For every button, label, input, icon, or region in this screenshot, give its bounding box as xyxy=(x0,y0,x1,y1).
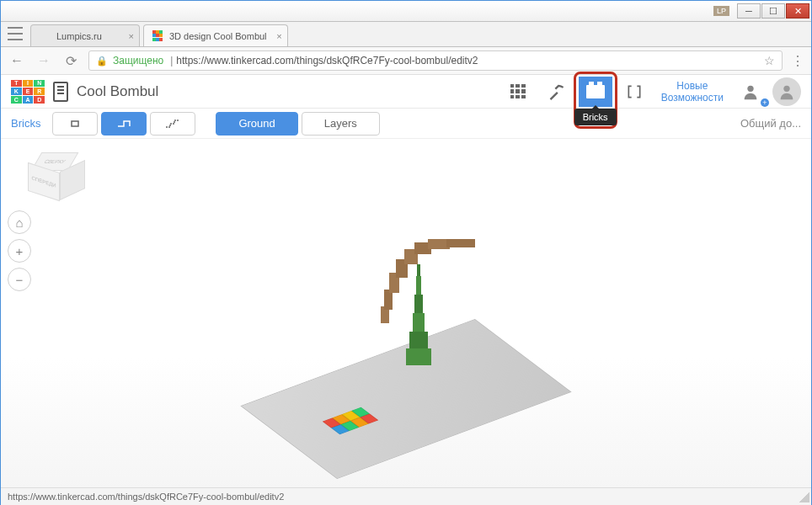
toolbar: Bricks Ground Layers Общий до... xyxy=(1,109,811,139)
brick-size-3x-button[interactable] xyxy=(150,112,195,136)
favicon-icon xyxy=(152,30,164,42)
tab-title: Lumpics.ru xyxy=(56,31,102,41)
mode-standard-button[interactable] xyxy=(501,77,535,107)
layers-button[interactable]: Layers xyxy=(302,112,380,136)
scene xyxy=(246,214,566,466)
tab-close-icon[interactable]: × xyxy=(129,31,134,41)
project-title[interactable]: Cool Bombul xyxy=(77,83,158,100)
back-button[interactable]: ← xyxy=(8,51,26,70)
hamburger-icon[interactable] xyxy=(8,27,23,40)
home-view-button[interactable]: ⌂ xyxy=(8,210,31,234)
bookmark-icon[interactable]: ☆ xyxy=(764,54,775,67)
pickaxe-icon xyxy=(548,83,565,100)
reload-button[interactable]: ⟳ xyxy=(61,51,80,70)
user-avatar[interactable] xyxy=(772,77,801,106)
person-icon xyxy=(741,82,760,101)
brick-large-icon xyxy=(164,118,181,130)
url-input[interactable]: 🔒 Защищено | https://www.tinkercad.com/t… xyxy=(88,50,783,71)
maximize-button[interactable]: ☐ xyxy=(761,3,785,19)
svg-point-0 xyxy=(747,85,753,91)
url-separator: | xyxy=(170,55,173,66)
brick-icon xyxy=(586,85,605,98)
lp-badge: LP xyxy=(713,6,729,16)
share-label[interactable]: Общий до... xyxy=(740,117,801,130)
code-icon xyxy=(626,83,643,100)
browser-tab[interactable]: 3D design Cool Bombul × xyxy=(143,24,288,46)
canvas-3d[interactable]: СВЕРХУ СПЕРЕДИ ⌂ + − xyxy=(1,139,811,505)
svg-point-1 xyxy=(783,85,789,91)
resize-corner-icon[interactable] xyxy=(799,492,809,502)
code-blocks-button[interactable] xyxy=(617,77,651,107)
tinkercad-logo[interactable]: TINKERCAD xyxy=(11,80,45,104)
status-url: https://www.tinkercad.com/things/dskQfRC… xyxy=(8,492,284,502)
tab-close-icon[interactable]: × xyxy=(276,31,281,41)
bricks-label: Bricks xyxy=(11,117,40,130)
secure-label: Защищено xyxy=(113,55,163,66)
brick-size-2x-button[interactable] xyxy=(101,112,147,136)
statusbar: https://www.tinkercad.com/things/dskQfRC… xyxy=(1,487,811,504)
brick-small-icon xyxy=(67,118,83,130)
avatar-icon xyxy=(777,82,796,101)
browser-tab[interactable]: Lumpics.ru × xyxy=(30,24,140,46)
window-titlebar: LP ─ ☐ ✕ xyxy=(1,1,811,22)
document-icon[interactable] xyxy=(53,82,68,102)
mode-bricks-button[interactable]: Bricks xyxy=(579,77,612,107)
zoom-in-button[interactable]: + xyxy=(8,239,31,263)
url-text: https://www.tinkercad.com/things/dskQfRC… xyxy=(176,55,478,66)
bricks-tooltip: Bricks xyxy=(574,109,617,125)
tab-title: 3D design Cool Bombul xyxy=(169,31,267,41)
address-bar: ← → ⟳ 🔒 Защищено | https://www.tinkercad… xyxy=(1,47,811,75)
browser-tabbar: Lumpics.ru × 3D design Cool Bombul × xyxy=(1,22,811,47)
forward-button[interactable]: → xyxy=(35,51,53,70)
lock-icon: 🔒 xyxy=(96,56,108,66)
brown-arch xyxy=(381,231,482,323)
browser-window: LP ─ ☐ ✕ Lumpics.ru × 3D design Cool Bom… xyxy=(0,0,812,505)
grid-icon xyxy=(510,84,526,99)
zoom-out-button[interactable]: − xyxy=(8,268,31,291)
viewcube[interactable]: СВЕРХУ СПЕРЕДИ xyxy=(24,151,75,201)
brick-med-icon xyxy=(115,118,132,130)
mode-minecraft-button[interactable] xyxy=(540,77,574,107)
favicon-icon xyxy=(40,30,51,42)
browser-menu-icon[interactable]: ⋮ xyxy=(791,53,804,69)
nav-controls: ⌂ + − xyxy=(8,210,31,291)
close-button[interactable]: ✕ xyxy=(786,3,809,19)
new-features-link[interactable]: Новые Возможности xyxy=(656,80,729,104)
green-tower xyxy=(406,264,431,365)
ground-button[interactable]: Ground xyxy=(216,112,297,136)
add-collaborator-button[interactable]: + xyxy=(734,77,767,107)
plus-badge-icon: + xyxy=(761,98,769,107)
svg-rect-2 xyxy=(72,121,78,126)
minimize-button[interactable]: ─ xyxy=(737,3,761,19)
app-header: TINKERCAD Cool Bombul Bricks Новые Возмо… xyxy=(1,75,811,109)
brick-size-1x-button[interactable] xyxy=(52,112,98,136)
